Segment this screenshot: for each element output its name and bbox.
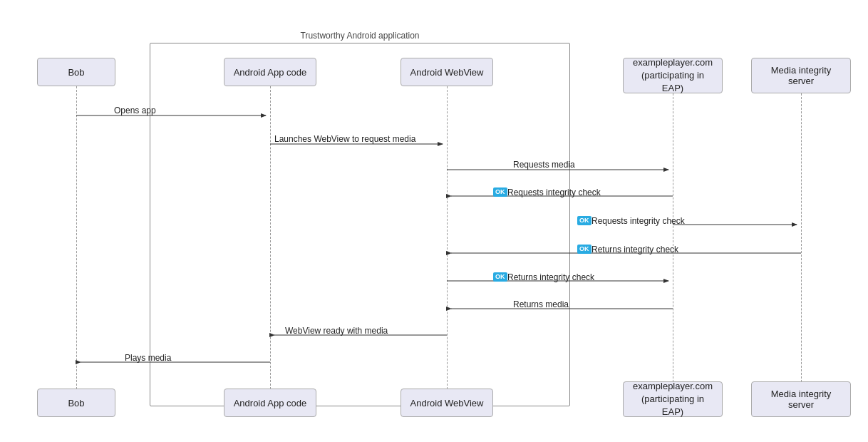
group-border — [150, 43, 570, 406]
msg-returns-media: Returns media — [513, 299, 569, 309]
ok-badge-m5: OK — [577, 216, 591, 225]
actor-exampleplayer-bottom: exampleplayer.com(participating in EAP) — [623, 381, 723, 417]
lifeline-exampleplayer — [673, 93, 673, 389]
lifeline-webview — [447, 86, 448, 389]
actor-bob-bottom: Bob — [37, 389, 115, 417]
ok-badge-m4: OK — [493, 187, 507, 197]
actor-exampleplayer-top: exampleplayer.com(participating in EAP) — [623, 58, 723, 93]
actor-integrity-server-bottom: Media integrity server — [751, 381, 851, 417]
msg-launches-webview: Launches WebView to request media — [274, 134, 415, 144]
msg-requests-integrity-1: Requests integrity check — [507, 187, 601, 197]
lifeline-bob — [76, 86, 77, 389]
msg-returns-integrity-2: Returns integrity check — [507, 272, 594, 282]
msg-requests-media: Requests media — [513, 160, 575, 170]
lifeline-integrity-server — [801, 93, 802, 389]
actor-webview-top: Android WebView — [401, 58, 493, 86]
msg-opens-app: Opens app — [114, 106, 156, 115]
ok-badge-m7: OK — [493, 272, 507, 282]
group-label: Trustworthy Android application — [150, 31, 570, 41]
ok-badge-m6: OK — [577, 245, 591, 254]
actor-bob-top: Bob — [37, 58, 115, 86]
actor-app-code-top: Android App code — [224, 58, 316, 86]
actor-integrity-server-top: Media integrity server — [751, 58, 851, 93]
msg-returns-integrity-1: Returns integrity check — [591, 245, 678, 255]
msg-plays-media: Plays media — [125, 353, 171, 363]
sequence-diagram: Trustworthy Android application Bob Andr… — [0, 0, 868, 442]
lifeline-app-code — [270, 86, 271, 389]
actor-webview-bottom: Android WebView — [401, 389, 493, 417]
msg-webview-ready: WebView ready with media — [285, 326, 388, 336]
msg-requests-integrity-2: Requests integrity check — [591, 216, 685, 226]
actor-app-code-bottom: Android App code — [224, 389, 316, 417]
